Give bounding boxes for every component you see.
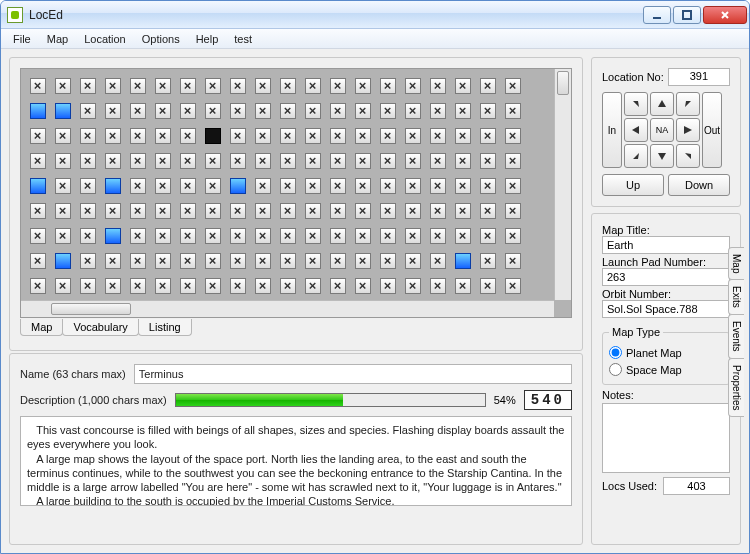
map-node[interactable] — [430, 103, 446, 119]
map-node[interactable] — [355, 228, 371, 244]
sidetab-properties[interactable]: Properties — [728, 358, 744, 418]
map-node[interactable] — [405, 178, 421, 194]
map-node[interactable] — [105, 128, 121, 144]
map-node[interactable] — [305, 103, 321, 119]
map-node[interactable] — [80, 228, 96, 244]
map-node[interactable] — [305, 228, 321, 244]
sidetab-map[interactable]: Map — [728, 247, 744, 280]
nav-down-button[interactable]: Down — [668, 174, 730, 196]
map-node[interactable] — [30, 278, 46, 294]
map-node[interactable] — [280, 103, 296, 119]
name-input[interactable] — [134, 364, 572, 384]
menu-test[interactable]: test — [226, 31, 260, 47]
nav-nw-button[interactable] — [624, 92, 648, 116]
notes-textarea[interactable] — [602, 403, 730, 473]
map-node[interactable] — [330, 128, 346, 144]
map-node[interactable] — [480, 178, 496, 194]
map-node[interactable] — [30, 153, 46, 169]
map-node[interactable] — [180, 128, 196, 144]
map-node[interactable] — [280, 153, 296, 169]
map-node[interactable] — [255, 103, 271, 119]
orbit-input[interactable] — [602, 300, 730, 318]
map-node[interactable] — [505, 228, 521, 244]
map-node[interactable] — [80, 278, 96, 294]
map-title-input[interactable] — [602, 236, 730, 254]
map-node[interactable] — [205, 178, 221, 194]
map-node[interactable] — [155, 178, 171, 194]
map-node[interactable] — [230, 78, 246, 94]
map-node[interactable] — [30, 203, 46, 219]
map-node[interactable] — [80, 253, 96, 269]
map-node[interactable] — [455, 228, 471, 244]
map-node[interactable] — [55, 78, 71, 94]
map-node[interactable] — [255, 203, 271, 219]
map-node[interactable] — [205, 203, 221, 219]
map-node[interactable] — [405, 103, 421, 119]
menu-location[interactable]: Location — [76, 31, 134, 47]
map-node[interactable] — [405, 128, 421, 144]
map-node[interactable] — [180, 178, 196, 194]
nav-se-button[interactable] — [676, 144, 700, 168]
map-node[interactable] — [255, 128, 271, 144]
maximize-button[interactable] — [673, 6, 701, 24]
map-node[interactable] — [230, 228, 246, 244]
map-node[interactable] — [430, 78, 446, 94]
map-node[interactable] — [330, 253, 346, 269]
radio-planet-map[interactable] — [609, 346, 622, 359]
map-node[interactable] — [155, 153, 171, 169]
map-node[interactable] — [330, 153, 346, 169]
map-node[interactable] — [305, 278, 321, 294]
map-node[interactable] — [30, 228, 46, 244]
map-node[interactable] — [505, 128, 521, 144]
map-node[interactable] — [480, 153, 496, 169]
map-node[interactable] — [130, 253, 146, 269]
map-node[interactable] — [480, 203, 496, 219]
map-node[interactable] — [280, 128, 296, 144]
map-node[interactable] — [255, 278, 271, 294]
tab-vocabulary[interactable]: Vocabulary — [62, 319, 138, 336]
nav-w-button[interactable] — [624, 118, 648, 142]
map-node[interactable] — [380, 228, 396, 244]
map-node[interactable] — [505, 253, 521, 269]
map-node[interactable] — [180, 153, 196, 169]
map-node[interactable] — [255, 228, 271, 244]
tab-map[interactable]: Map — [20, 319, 63, 336]
map-node[interactable] — [480, 103, 496, 119]
map-node[interactable] — [130, 128, 146, 144]
map-node[interactable] — [180, 203, 196, 219]
map-node[interactable] — [380, 128, 396, 144]
map-node[interactable] — [280, 228, 296, 244]
map-node[interactable] — [380, 153, 396, 169]
map-node[interactable] — [430, 278, 446, 294]
map-node[interactable] — [430, 228, 446, 244]
map-node[interactable] — [30, 128, 46, 144]
map-node[interactable] — [430, 153, 446, 169]
map-node[interactable] — [380, 203, 396, 219]
map-node[interactable] — [180, 228, 196, 244]
nav-sw-button[interactable] — [624, 144, 648, 168]
nav-s-button[interactable] — [650, 144, 674, 168]
map-node[interactable] — [130, 103, 146, 119]
map-node[interactable] — [480, 128, 496, 144]
map-node[interactable] — [30, 103, 46, 119]
map-node[interactable] — [255, 153, 271, 169]
map-node[interactable] — [355, 78, 371, 94]
map-node[interactable] — [355, 203, 371, 219]
map-node[interactable] — [405, 153, 421, 169]
close-button[interactable] — [703, 6, 747, 24]
map-node[interactable] — [505, 103, 521, 119]
map-node[interactable] — [430, 203, 446, 219]
map-node[interactable] — [405, 203, 421, 219]
map-node[interactable] — [230, 178, 246, 194]
map-node[interactable] — [155, 253, 171, 269]
map-node[interactable] — [230, 253, 246, 269]
map-node[interactable] — [380, 103, 396, 119]
map-node[interactable] — [205, 228, 221, 244]
map-node[interactable] — [355, 103, 371, 119]
map-node[interactable] — [105, 103, 121, 119]
map-node[interactable] — [405, 253, 421, 269]
map-node[interactable] — [380, 78, 396, 94]
map-node[interactable] — [30, 253, 46, 269]
map-node[interactable] — [330, 103, 346, 119]
map-node[interactable] — [330, 78, 346, 94]
